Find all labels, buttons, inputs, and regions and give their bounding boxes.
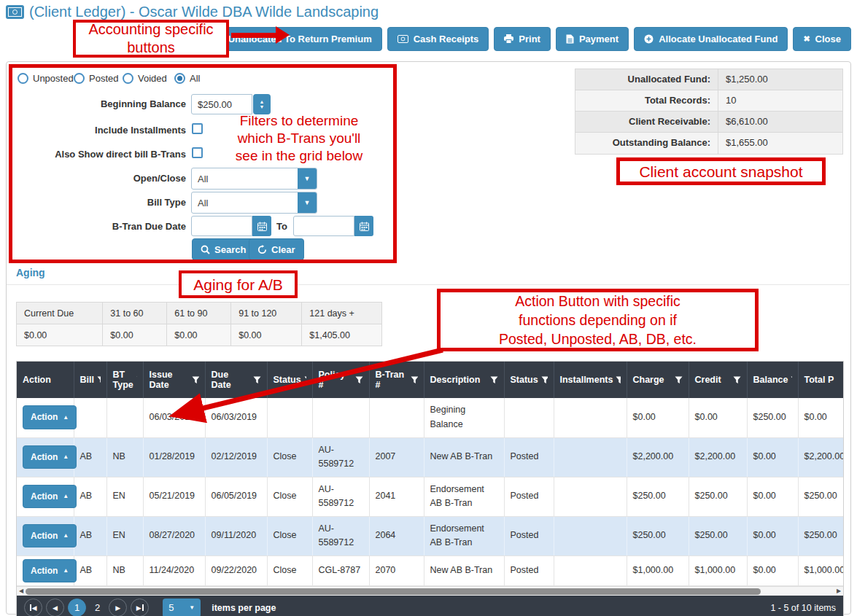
filter-icon[interactable] [490, 376, 498, 384]
previous-page-icon: ◀ [53, 604, 58, 612]
items-per-page-label: items per page [212, 603, 276, 613]
column-header-action[interactable]: Action [17, 362, 74, 398]
filter-icon[interactable] [192, 376, 199, 384]
calendar-icon[interactable] [354, 216, 373, 236]
snapshot-row: Total Records: 10 [575, 90, 842, 112]
page-size-select[interactable]: 5 ▼ [163, 599, 201, 616]
filter-icon[interactable] [791, 376, 791, 384]
beginning-balance-input[interactable] [191, 94, 252, 114]
action-button[interactable]: Action▲ [23, 445, 77, 469]
action-button[interactable]: Action▲ [23, 559, 77, 583]
column-header-due-date[interactable]: Due Date [205, 362, 267, 398]
radio-circle-icon [18, 73, 28, 84]
also-show-direct-bill-checkbox[interactable] [192, 147, 203, 158]
grid-cell: 06/03/2019 [205, 398, 267, 437]
grid-cell: $1,000.00 [627, 555, 689, 586]
action-button[interactable]: Action▲ [23, 524, 77, 548]
annotation-action-button: Action Button with specific functions de… [437, 289, 759, 351]
due-date-from-input[interactable] [191, 216, 252, 236]
column-header-issue-date[interactable]: Issue Date [143, 362, 205, 398]
print-button[interactable]: Print [494, 27, 551, 51]
due-date-to-input[interactable] [293, 216, 354, 236]
aging-column-header: 31 to 60 [103, 303, 167, 324]
grid-cell: $250.00 [627, 477, 689, 516]
search-button[interactable]: Search [192, 238, 255, 260]
grid-cell [504, 398, 554, 437]
filter-icon[interactable] [304, 376, 306, 384]
spinner-up-icon[interactable]: ▲ [260, 99, 265, 104]
action-button[interactable]: Action▲ [23, 485, 77, 509]
aging-heading: Aging [16, 267, 45, 278]
radio-circle-icon [174, 73, 185, 84]
filter-icon[interactable] [733, 376, 741, 384]
close-button[interactable]: ✖ Close [793, 27, 851, 51]
spinner-down-icon[interactable]: ▼ [260, 104, 265, 109]
allocate-unallocated-fund-button[interactable]: Allocate Unallocated Fund [634, 27, 788, 51]
beginning-balance-stepper[interactable]: ▲ ▼ [253, 94, 271, 114]
column-header-btran[interactable]: B-Tran # [369, 362, 424, 398]
action-button[interactable]: Action▲ [23, 405, 77, 429]
grid-cell: EN [106, 477, 143, 516]
column-header-balance[interactable]: Balance [747, 362, 798, 398]
column-header-description[interactable]: Description [424, 362, 504, 398]
snapshot-value: $6,610.00 [718, 112, 842, 132]
horizontal-scrollbar[interactable]: ◀ ▶ [17, 586, 843, 596]
filter-icon[interactable] [97, 376, 101, 384]
scrollbar-thumb[interactable] [26, 588, 761, 595]
column-header-status2[interactable]: Status [504, 362, 554, 398]
grid-cell: AU-5589712 [312, 437, 369, 477]
bill-type-select[interactable]: All ▼ [191, 192, 317, 214]
filter-icon[interactable] [616, 376, 620, 384]
button-label: Action [31, 410, 58, 424]
grid-cell: $2,200.00 [627, 437, 689, 477]
radio-all[interactable]: All [174, 73, 200, 84]
payment-button[interactable]: Payment [556, 27, 629, 51]
page-button-2[interactable]: 2 [90, 602, 105, 613]
grid-cell: 09/22/2020 [205, 555, 267, 586]
chevron-up-icon: ▲ [63, 413, 69, 422]
grid-cell: CGL-8787 [312, 555, 369, 586]
radio-posted[interactable]: Posted [74, 73, 118, 84]
radio-unposted[interactable]: Unposted [18, 73, 74, 84]
filter-icon[interactable] [136, 376, 137, 384]
page-title: (Client Ledger) - Oscar Wilde DBA Wilde … [6, 4, 379, 20]
chevron-down-icon[interactable]: ▼ [298, 192, 317, 213]
column-header-bill[interactable]: Bill [74, 362, 106, 398]
column-header-total-p[interactable]: Total P [798, 362, 843, 398]
include-installments-label: Include Installments [0, 125, 186, 136]
btran-grid: Action Bill BT Type Issue Date Due Date … [16, 361, 844, 616]
radio-voided[interactable]: Voided [123, 73, 167, 84]
calendar-icon[interactable] [252, 216, 271, 236]
include-installments-checkbox[interactable] [192, 123, 203, 134]
filter-icon[interactable] [541, 376, 548, 384]
previous-page-button[interactable]: ◀ [46, 599, 64, 616]
scroll-right-icon[interactable]: ▶ [835, 588, 842, 594]
filter-icon[interactable] [253, 376, 261, 384]
chevron-down-icon[interactable]: ▼ [298, 168, 317, 189]
scroll-left-icon[interactable]: ◀ [18, 588, 25, 594]
grid-cell: EN [106, 516, 143, 555]
column-header-policy[interactable]: Policy # [312, 362, 369, 398]
filter-icon[interactable] [355, 376, 363, 384]
column-header-installments[interactable]: Installments [554, 362, 627, 398]
column-header-bt-type[interactable]: BT Type [106, 362, 143, 398]
column-header-charge[interactable]: Charge [627, 362, 689, 398]
grid-cell [554, 516, 627, 555]
clear-button[interactable]: Clear [249, 238, 304, 260]
grid-cell: 2064 [369, 516, 424, 555]
next-page-button[interactable]: ▶ [109, 599, 127, 616]
page-button-1[interactable]: 1 [68, 599, 86, 616]
grid-cell: Close [267, 516, 312, 555]
column-header-status[interactable]: Status [267, 362, 312, 398]
btran-due-date-label: B-Tran Due Date [0, 221, 186, 232]
filter-icon[interactable] [411, 376, 418, 384]
column-header-credit[interactable]: Credit [689, 362, 747, 398]
last-page-button[interactable]: ▶ [131, 599, 149, 616]
cash-receipts-button[interactable]: Cash Receipts [387, 27, 489, 51]
open-close-select[interactable]: All ▼ [191, 168, 317, 190]
grid-cell: $1,000.00 [798, 555, 843, 586]
filter-icon[interactable] [675, 376, 683, 384]
grid-cell [554, 555, 627, 586]
first-page-button[interactable]: ◀ [24, 599, 42, 616]
also-show-direct-bill-label: Also Show direct bill B-Trans [0, 149, 186, 160]
